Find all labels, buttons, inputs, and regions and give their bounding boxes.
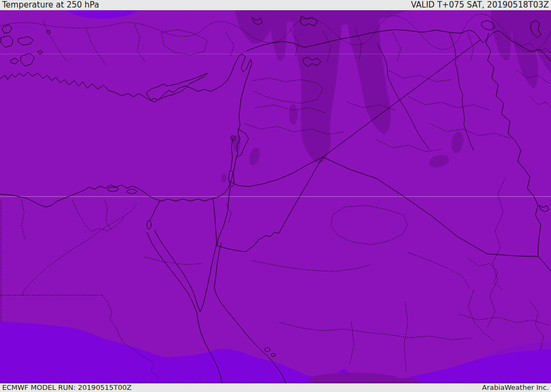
credit-label: ArabiaWeather Inc.: [482, 383, 549, 392]
header-bar: Temperature at 250 hPa VALID T+075 SAT, …: [0, 0, 551, 10]
weather-map-page: { "header": { "title": "Temperature at 2…: [0, 0, 551, 392]
weather-map-svg: [0, 10, 551, 383]
map-title: Temperature at 250 hPa: [2, 0, 99, 10]
map-canvas: [0, 10, 551, 383]
footer-bar: ECMWF MODEL RUN: 20190515T00Z ArabiaWeat…: [0, 383, 551, 392]
valid-time-label: VALID T+075 SAT, 20190518T03Z: [411, 0, 549, 10]
model-run-label: ECMWF MODEL RUN: 20190515T00Z: [2, 383, 131, 392]
